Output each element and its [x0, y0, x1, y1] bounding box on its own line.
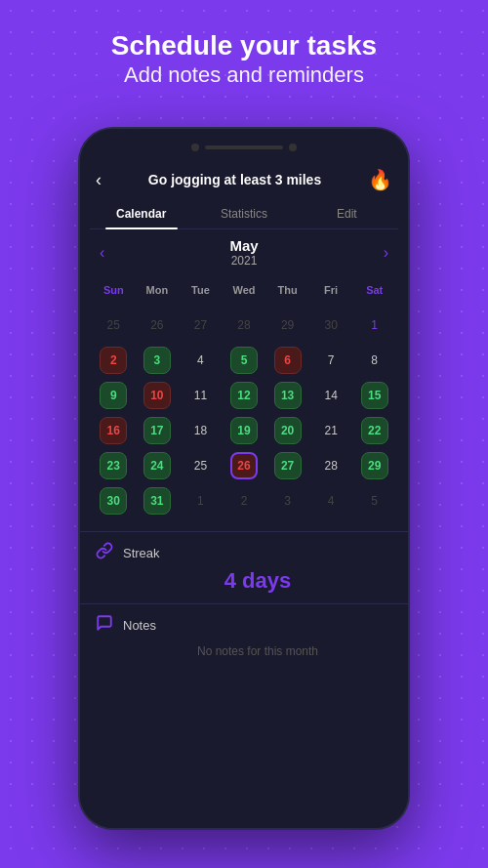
day-cell[interactable]: 6: [265, 344, 309, 377]
streak-section: Streak 4 days: [80, 531, 408, 599]
calendar-header: ‹ May 2021 ›: [92, 237, 396, 268]
streak-icon: [96, 542, 113, 564]
notch: [205, 145, 283, 149]
week-row-5: 23 24 25 26 27 28 29: [92, 449, 396, 482]
day-cell[interactable]: 13: [265, 379, 309, 412]
notes-label: Notes: [123, 618, 156, 633]
week-row-2: 2 3 4 5 6 7 8: [92, 344, 396, 377]
day-cell[interactable]: 2: [223, 484, 266, 517]
day-cell[interactable]: 8: [352, 344, 396, 377]
day-cell[interactable]: 3: [136, 344, 180, 377]
day-cell[interactable]: 27: [179, 309, 223, 342]
day-header-wed: Wed: [223, 273, 266, 307]
day-cell[interactable]: 10: [136, 379, 180, 412]
day-cell[interactable]: 30: [309, 309, 353, 342]
tab-edit[interactable]: Edit: [296, 199, 398, 228]
day-headers-row: Sun Mon Tue Wed Thu Fri Sat: [92, 273, 396, 307]
day-cell[interactable]: 3: [265, 484, 309, 517]
day-cell[interactable]: 5: [352, 484, 396, 517]
calendar-section: ‹ May 2021 › Sun Mon Tue Wed Thu Fri Sat: [80, 229, 408, 527]
day-cell[interactable]: 19: [223, 414, 266, 447]
day-cell[interactable]: 1: [352, 309, 396, 342]
tab-statistics[interactable]: Statistics: [192, 199, 295, 228]
notes-empty-message: No notes for this month: [123, 644, 392, 658]
day-cell[interactable]: 26: [136, 309, 180, 342]
week-row-6: 30 31 1 2 3 4 5: [92, 484, 396, 517]
day-header-sat: Sat: [352, 273, 396, 307]
day-cell[interactable]: 20: [265, 414, 309, 447]
calendar-year: 2021: [229, 254, 258, 268]
day-cell[interactable]: 26: [223, 449, 266, 482]
day-cell[interactable]: 2: [92, 344, 136, 377]
phone-frame: ‹ Go jogging at least 3 miles 🔥 Calendar…: [78, 127, 410, 830]
day-cell[interactable]: 25: [179, 449, 223, 482]
top-nav: ‹ Go jogging at least 3 miles 🔥: [80, 158, 408, 199]
day-cell[interactable]: 30: [92, 484, 136, 517]
phone-top-bar: [80, 129, 408, 158]
tab-calendar[interactable]: Calendar: [90, 199, 192, 228]
flame-icon: 🔥: [368, 168, 392, 191]
day-header-tue: Tue: [179, 273, 223, 307]
day-cell[interactable]: 16: [92, 414, 136, 447]
header-line1: Schedule your tasks: [0, 29, 488, 62]
day-cell[interactable]: 9: [92, 379, 136, 412]
day-header-thu: Thu: [265, 273, 309, 307]
day-cell[interactable]: 25: [92, 309, 136, 342]
day-header-sun: Sun: [92, 273, 136, 307]
day-cell[interactable]: 4: [309, 484, 353, 517]
notes-section: Notes No notes for this month: [80, 603, 408, 664]
day-cell[interactable]: 27: [265, 449, 309, 482]
notes-row: Notes: [96, 614, 392, 637]
day-cell[interactable]: 4: [179, 344, 223, 377]
day-cell[interactable]: 5: [223, 344, 266, 377]
day-cell[interactable]: 7: [309, 344, 353, 377]
next-month-button[interactable]: ›: [376, 240, 396, 266]
day-cell[interactable]: 21: [309, 414, 353, 447]
day-cell[interactable]: 23: [92, 449, 136, 482]
calendar-grid: Sun Mon Tue Wed Thu Fri Sat 25 26 27 28 …: [92, 273, 396, 517]
camera-left: [191, 144, 199, 151]
notes-icon: [96, 614, 113, 637]
day-cell[interactable]: 29: [265, 309, 309, 342]
day-cell[interactable]: 15: [352, 379, 396, 412]
day-cell[interactable]: 28: [309, 449, 353, 482]
day-cell[interactable]: 17: [136, 414, 180, 447]
calendar-title: May 2021: [229, 237, 258, 268]
day-cell[interactable]: 28: [223, 309, 266, 342]
day-cell[interactable]: 24: [136, 449, 180, 482]
app-screen: ‹ Go jogging at least 3 miles 🔥 Calendar…: [80, 158, 408, 828]
day-cell[interactable]: 18: [179, 414, 223, 447]
header-line2: Add notes and reminders: [0, 62, 488, 88]
day-header-fri: Fri: [309, 273, 353, 307]
prev-month-button[interactable]: ‹: [92, 240, 112, 266]
day-cell[interactable]: 22: [352, 414, 396, 447]
streak-value: 4 days: [123, 568, 392, 594]
week-row-3: 9 10 11 12 13 14 15: [92, 379, 396, 412]
streak-row: Streak: [96, 542, 392, 564]
day-cell[interactable]: 1: [179, 484, 223, 517]
back-button[interactable]: ‹: [96, 170, 102, 190]
streak-label: Streak: [123, 546, 160, 560]
day-cell[interactable]: 29: [352, 449, 396, 482]
week-row-1: 25 26 27 28 29 30 1: [92, 309, 396, 342]
day-cell[interactable]: 14: [309, 379, 353, 412]
camera-right: [289, 144, 297, 151]
day-cell[interactable]: 31: [136, 484, 180, 517]
calendar-month: May: [229, 237, 258, 254]
week-row-4: 16 17 18 19 20 21 22: [92, 414, 396, 447]
day-cell[interactable]: 12: [223, 379, 266, 412]
screen-title: Go jogging at least 3 miles: [109, 172, 360, 187]
tab-bar: Calendar Statistics Edit: [90, 199, 398, 229]
day-cell[interactable]: 11: [179, 379, 223, 412]
header-section: Schedule your tasks Add notes and remind…: [0, 29, 488, 88]
day-header-mon: Mon: [136, 273, 180, 307]
